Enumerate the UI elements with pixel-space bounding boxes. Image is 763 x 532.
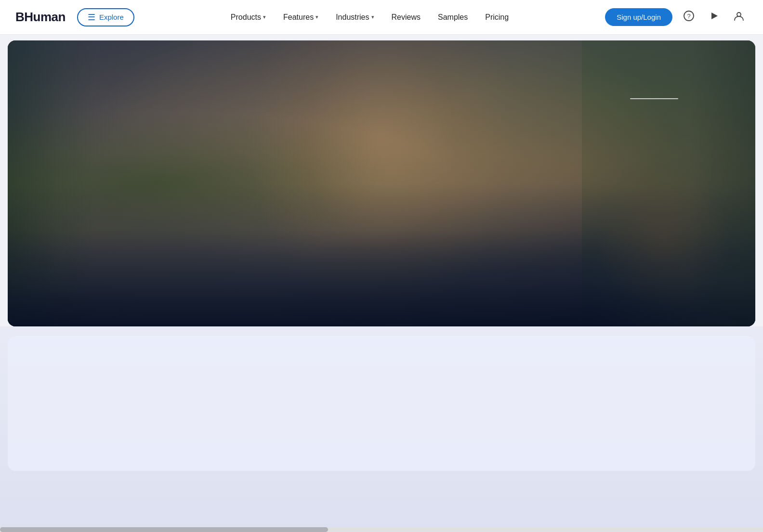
indicator-line — [630, 98, 678, 99]
hero-overlay — [8, 40, 755, 326]
play-button[interactable] — [705, 9, 723, 26]
features-label: Features — [283, 13, 314, 22]
pricing-label: Pricing — [485, 13, 509, 22]
svg-marker-2 — [711, 13, 718, 19]
hero-section — [8, 40, 755, 326]
signup-button[interactable]: Sign up/Login — [605, 8, 672, 26]
industries-chevron-icon: ▾ — [371, 14, 374, 20]
features-chevron-icon: ▾ — [316, 14, 318, 20]
nav-item-reviews[interactable]: Reviews — [385, 9, 427, 26]
scrollbar-container — [0, 527, 763, 532]
hamburger-icon: ☰ — [88, 13, 95, 22]
nav-center: Products ▾ Features ▾ Industries ▾ Revie… — [224, 9, 515, 26]
user-profile-button[interactable] — [730, 9, 748, 26]
explore-button[interactable]: ☰ Explore — [77, 8, 134, 26]
products-label: Products — [231, 13, 261, 22]
nav-item-pricing[interactable]: Pricing — [478, 9, 515, 26]
explore-label: Explore — [99, 13, 124, 21]
nav-item-industries[interactable]: Industries ▾ — [329, 9, 381, 26]
scrollbar-thumb[interactable] — [0, 527, 328, 532]
samples-label: Samples — [438, 13, 468, 22]
nav-item-features[interactable]: Features ▾ — [276, 9, 325, 26]
reviews-label: Reviews — [392, 13, 421, 22]
content-card — [8, 336, 755, 471]
brand-logo[interactable]: BHuman — [15, 10, 66, 25]
nav-left: BHuman ☰ Explore — [15, 8, 134, 26]
svg-text:?: ? — [687, 13, 690, 20]
svg-point-3 — [737, 13, 741, 16]
industries-label: Industries — [336, 13, 369, 22]
nav-item-samples[interactable]: Samples — [431, 9, 474, 26]
help-icon: ? — [684, 11, 694, 24]
nav-right: Sign up/Login ? — [605, 8, 748, 26]
nav-item-products[interactable]: Products ▾ — [224, 9, 273, 26]
below-hero-section — [0, 326, 763, 529]
help-button[interactable]: ? — [680, 9, 697, 26]
navbar: BHuman ☰ Explore Products ▾ Features ▾ I… — [0, 0, 763, 35]
user-icon — [734, 11, 744, 24]
products-chevron-icon: ▾ — [263, 14, 266, 20]
play-icon — [709, 11, 719, 23]
